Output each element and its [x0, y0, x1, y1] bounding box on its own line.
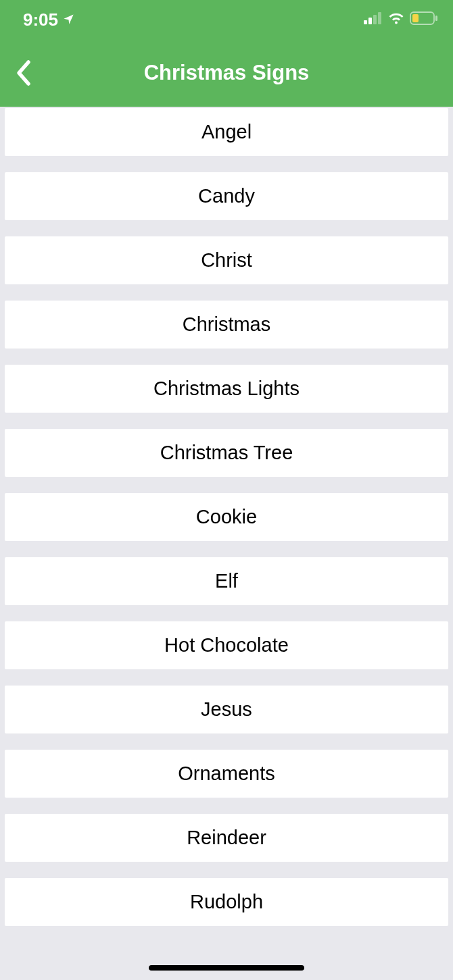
list-item[interactable]: Elf: [5, 557, 448, 605]
status-left: 9:05: [23, 9, 75, 30]
list-item-label: Reindeer: [187, 827, 266, 849]
status-right: [364, 11, 438, 28]
list-item-label: Christmas: [183, 313, 271, 336]
list-item[interactable]: Reindeer: [5, 814, 448, 862]
list-item-label: Christmas Tree: [160, 442, 293, 464]
svg-rect-5: [412, 14, 419, 22]
list-item-label: Candy: [198, 185, 255, 207]
cellular-icon: [364, 12, 383, 27]
location-icon: [62, 9, 75, 30]
home-indicator[interactable]: [149, 965, 304, 971]
svg-rect-2: [373, 15, 377, 24]
list-item[interactable]: Jesus: [5, 686, 448, 733]
list-item[interactable]: Rudolph: [5, 878, 448, 926]
list-item-label: Christ: [201, 249, 252, 272]
list-item[interactable]: Angel: [5, 108, 448, 156]
list-item[interactable]: Christmas Tree: [5, 429, 448, 477]
svg-rect-0: [364, 20, 367, 24]
status-time: 9:05: [23, 9, 58, 30]
status-bar: 9:05: [0, 0, 453, 39]
svg-rect-6: [435, 16, 437, 21]
app-header: 9:05: [0, 0, 453, 107]
list-item[interactable]: Cookie: [5, 493, 448, 541]
list-item-label: Angel: [201, 121, 252, 143]
list-item-label: Rudolph: [190, 891, 263, 913]
list-item-label: Cookie: [196, 506, 257, 528]
list-container: Angel Candy Christ Christmas Christmas L…: [0, 108, 453, 926]
svg-rect-3: [378, 12, 381, 24]
list-item[interactable]: Christmas: [5, 301, 448, 349]
list-item[interactable]: Christmas Lights: [5, 365, 448, 413]
list-item[interactable]: Hot Chocolate: [5, 621, 448, 669]
list-item-label: Elf: [215, 570, 238, 592]
wifi-icon: [387, 11, 405, 28]
nav-bar: Christmas Signs: [0, 39, 453, 107]
list-item[interactable]: Ornaments: [5, 750, 448, 798]
page-title: Christmas Signs: [144, 61, 310, 85]
list-item-label: Jesus: [201, 698, 252, 721]
svg-rect-1: [368, 18, 372, 24]
chevron-left-icon: [15, 59, 31, 86]
back-button[interactable]: [8, 58, 38, 88]
list-item-label: Ornaments: [178, 763, 275, 785]
list-item-label: Christmas Lights: [153, 378, 300, 400]
list-item-label: Hot Chocolate: [164, 634, 289, 656]
battery-icon: [410, 11, 438, 28]
list-item[interactable]: Christ: [5, 236, 448, 284]
list-item[interactable]: Candy: [5, 172, 448, 220]
